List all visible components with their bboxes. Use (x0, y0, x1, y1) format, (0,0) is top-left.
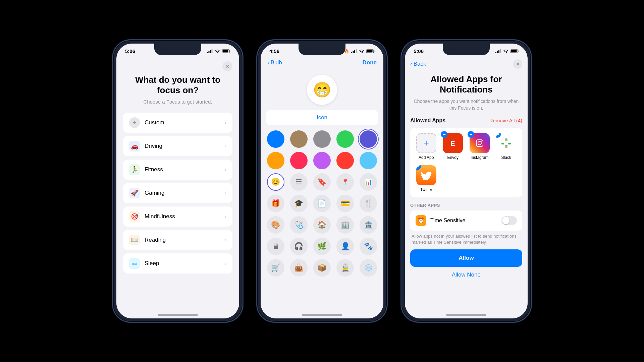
focus-item-fitness[interactable]: 🏃 Fitness › (123, 160, 232, 180)
svg-rect-34 (505, 139, 507, 141)
focus-list: + Custom › 🚗 Driving › 🏃 Fitness › (123, 113, 232, 274)
icon-picker-nav: ‹ Bulb Done (261, 56, 383, 68)
symbol-bookmark[interactable]: 🔖 (313, 173, 331, 191)
allow-none-button[interactable]: Allow None (410, 270, 522, 280)
selected-emoji: 😁 (313, 81, 331, 99)
time-sensitive-label: Time Sensitive (430, 218, 497, 224)
symbol-bank[interactable]: 🏦 (360, 216, 377, 234)
time-1: 5:06 (125, 48, 135, 54)
screen3-title: Allowed Apps for Notifications (410, 74, 522, 95)
color-purple[interactable] (313, 152, 331, 169)
back-label-3: Back (414, 61, 426, 67)
svg-rect-20 (511, 50, 517, 52)
svg-rect-6 (223, 50, 228, 52)
battery-icon (222, 49, 230, 53)
color-red[interactable] (290, 152, 308, 169)
symbol-leaf[interactable]: 🌿 (313, 238, 331, 255)
color-gray[interactable] (313, 130, 331, 148)
symbol-grad[interactable]: 🎓 (290, 195, 308, 212)
focus-item-mindfulness[interactable]: 🎯 Mindfulness › (123, 206, 232, 227)
add-plus-icon: + (424, 138, 429, 148)
focus-subtitle: Choose a Focus to get started. (123, 99, 232, 105)
mindfulness-icon: 🎯 (129, 211, 140, 222)
instagram-remove-badge[interactable]: − (468, 131, 474, 138)
time-3: 5:06 (414, 48, 424, 54)
twitter-logo (421, 171, 432, 180)
wifi-icon-3 (503, 49, 508, 53)
symbol-cart[interactable]: 🛒 (267, 259, 284, 277)
symbol-monitor[interactable]: 🖥 (267, 238, 284, 255)
symbol-train[interactable]: 🚊 (336, 259, 354, 277)
symbol-health[interactable]: 🩺 (290, 216, 308, 234)
symbol-pin[interactable]: 📍 (336, 173, 354, 191)
symbol-bag[interactable]: 👜 (290, 259, 308, 277)
color-orange[interactable] (267, 152, 284, 169)
color-blue[interactable] (267, 130, 284, 148)
back-button-3[interactable]: ‹ Back (410, 61, 426, 67)
symbol-building[interactable]: 🏢 (336, 216, 354, 234)
symbol-gift[interactable]: 🎁 (267, 195, 284, 212)
instagram-icon: − (470, 133, 490, 153)
focus-item-label-driving: Driving (145, 143, 220, 149)
symbol-snowflake[interactable]: ❄️ (360, 259, 377, 277)
color-teal[interactable] (360, 152, 377, 169)
focus-item-label-custom: Custom (145, 119, 220, 126)
back-label: Bulb (271, 59, 282, 66)
symbol-chart[interactable]: 📊 (360, 173, 377, 191)
color-red2[interactable] (336, 152, 354, 169)
remove-all-button[interactable]: Remove All (4) (489, 118, 522, 123)
color-green[interactable] (336, 130, 354, 148)
close-button-1[interactable]: ✕ (222, 61, 232, 71)
symbol-box[interactable]: 📦 (313, 259, 331, 277)
symbol-fork[interactable]: 🍴 (360, 195, 377, 212)
focus-item-sleep[interactable]: 🛏 Sleep › (123, 253, 232, 274)
close-button-3[interactable]: ✕ (513, 59, 522, 69)
envoy-item[interactable]: E − Envoy (442, 133, 464, 160)
symbol-grid-2: 🎁 🎓 📄 💳 🍴 (261, 195, 383, 212)
svg-rect-16 (498, 50, 499, 53)
svg-rect-33 (505, 146, 507, 148)
color-brown[interactable] (290, 130, 308, 148)
symbol-paw[interactable]: 🐾 (360, 238, 377, 255)
home-indicator-3 (446, 314, 486, 316)
reading-icon: 📖 (129, 235, 140, 245)
add-app-item[interactable]: + Add App (416, 133, 437, 160)
focus-item-driving[interactable]: 🚗 Driving › (123, 136, 232, 156)
symbol-doc[interactable]: 📄 (313, 195, 331, 212)
instagram-item[interactable]: − Instagram (469, 133, 490, 160)
color-purple-dark[interactable] (360, 130, 377, 148)
svg-point-25 (481, 140, 482, 141)
twitter-item[interactable]: − Twitter (416, 165, 437, 192)
focus-item-label-fitness: Fitness (145, 166, 220, 173)
symbol-smiley[interactable]: 😊 (267, 173, 284, 191)
other-apps-label: OTHER APPS (410, 203, 522, 208)
slack-item[interactable]: − Slack (496, 133, 517, 160)
symbol-paint[interactable]: 🎨 (267, 216, 284, 234)
envoy-logo: E (447, 137, 459, 149)
time-sensitive-toggle[interactable] (501, 216, 517, 225)
gaming-icon: 🚀 (129, 188, 140, 198)
allow-button[interactable]: Allow (410, 249, 522, 267)
back-bulb[interactable]: ‹ Bulb (267, 59, 282, 66)
envoy-remove-badge[interactable]: − (441, 131, 447, 138)
symbol-person[interactable]: 👤 (336, 238, 354, 255)
symbol-home[interactable]: 🏠 (313, 216, 331, 234)
screen3-content: Allowed Apps for Notifications Choose th… (405, 71, 528, 285)
symbol-card[interactable]: 💳 (336, 195, 354, 212)
icon-tab[interactable]: Icon (266, 110, 378, 125)
svg-rect-12 (374, 50, 375, 52)
svg-rect-8 (353, 51, 354, 53)
focus-item-reading[interactable]: 📖 Reading › (123, 230, 232, 250)
symbol-headphones[interactable]: 🎧 (290, 238, 308, 255)
add-app-label: Add App (419, 155, 434, 160)
fitness-icon: 🏃 (129, 164, 140, 175)
focus-item-gaming[interactable]: 🚀 Gaming › (123, 183, 232, 203)
battery-icon-3 (511, 49, 519, 53)
svg-rect-14 (495, 52, 496, 53)
done-button[interactable]: Done (363, 59, 377, 66)
symbol-list[interactable]: ☰ (290, 173, 308, 191)
chevron-gaming: › (225, 190, 226, 196)
notch-2 (299, 44, 345, 55)
twitter-icon: − (416, 165, 436, 185)
focus-item-custom[interactable]: + Custom › (123, 113, 232, 133)
